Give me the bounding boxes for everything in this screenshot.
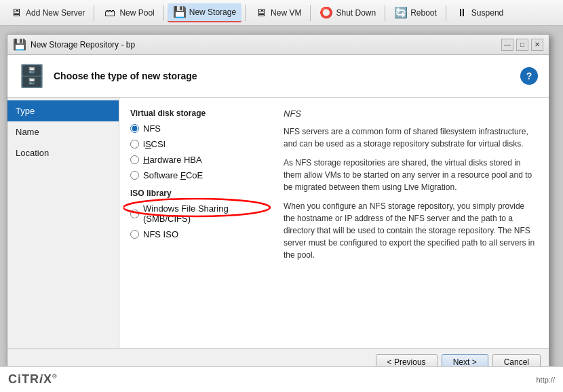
minimize-button[interactable]: — [501,39,513,51]
dialog-title-icon: 💾 [13,38,26,51]
add-server-label: Add New Server [26,8,85,18]
main-panel: Virtual disk storage NFS iSCSI Hardware … [119,98,549,348]
citrix-bar: CiTRiX® http:// [0,366,563,392]
new-pool-button[interactable]: 🗃 New Pool [98,4,159,22]
radio-nfs-iso-label: NFS ISO [143,229,178,239]
maximize-button[interactable]: □ [516,39,528,51]
shut-down-icon: ⭕ [319,6,333,20]
toolbar-sep-1 [94,5,94,21]
new-vm-icon: 🖥 [254,6,268,20]
new-vm-label: New VM [271,8,301,18]
shut-down-button[interactable]: ⭕ Shut Down [314,4,381,22]
toolbar-sep-5 [385,5,385,21]
dialog-header-title: Choose the type of new storage [54,71,197,81]
radio-fcoe-label: Software FCoE [143,170,203,180]
radio-hba-label: Hardware HBA [143,155,202,165]
suspend-icon: ⏸ [455,6,469,20]
radio-hba[interactable]: Hardware HBA [130,155,273,165]
new-pool-label: New Pool [119,8,154,18]
suspend-button[interactable]: ⏸ Suspend [450,4,509,22]
radio-hba-input[interactable] [130,155,139,164]
radio-nfs-input[interactable] [130,124,139,133]
add-server-button[interactable]: 🖥 Add New Server [4,4,90,22]
dialog-titlebar: 💾 New Storage Repository - bp — □ ✕ [7,35,549,55]
suspend-label: Suspend [471,8,503,18]
new-storage-dialog: 💾 New Storage Repository - bp — □ ✕ 🗄️ C… [7,34,549,376]
iso-library-label: ISO library [130,189,273,198]
dialog-header-left: 🗄️ Choose the type of new storage [18,63,197,89]
dialog-body: 🗄️ Choose the type of new storage ? Type… [7,55,549,376]
new-vm-button[interactable]: 🖥 New VM [249,4,307,22]
description-para-1: NFS servers are a common form of shared … [284,125,538,150]
radio-smb-label: Windows File Sharing (SMB/CIFS) [143,203,273,224]
dialog-title-text: New Storage Repository - bp [31,40,135,50]
new-pool-icon: 🗃 [103,6,117,20]
radio-fcoe-input[interactable] [130,171,139,180]
new-storage-label: New Storage [189,7,236,17]
dialog-content: Type Name Location Virtual disk storage [7,98,549,348]
reboot-button[interactable]: 🔄 Reboot [389,4,442,22]
radio-fcoe[interactable]: Software FCoE [130,170,273,180]
dialog-controls: — □ ✕ [501,39,543,51]
radio-smb[interactable]: Windows File Sharing (SMB/CIFS) [130,203,273,224]
radio-iscsi-input[interactable] [130,140,139,149]
radio-smb-input[interactable] [130,210,139,218]
radio-nfs-iso[interactable]: NFS ISO [130,229,273,239]
description-panel: NFS NFS servers are a common form of sha… [284,109,538,337]
options-section: Virtual disk storage NFS iSCSI Hardware … [130,109,273,337]
dialog-header: 🗄️ Choose the type of new storage ? [7,55,549,98]
reboot-label: Reboot [410,8,437,18]
nav-item-type[interactable]: Type [7,100,119,121]
help-button[interactable]: ? [520,67,538,85]
radio-nfs[interactable]: NFS [130,123,273,134]
citrix-logo: CiTRiX® [8,372,58,387]
nav-item-location[interactable]: Location [7,142,119,163]
radio-iscsi[interactable]: iSCSI [130,139,273,149]
toolbar-sep-4 [310,5,311,21]
description-title: NFS [284,109,538,119]
toolbar-sep-2 [163,5,164,21]
dialog-title-left: 💾 New Storage Repository - bp [13,38,135,51]
toolbar-sep-6 [446,5,446,21]
virtual-disk-label: Virtual disk storage [130,109,273,118]
radio-nfs-iso-input[interactable] [130,230,139,239]
toolbar-sep-3 [245,5,246,21]
description-para-3: When you configure an NFS storage reposi… [284,200,538,261]
iso-library-section: ISO library Windows File Sharing (SMB/CI… [130,189,273,239]
add-server-icon: 🖥 [9,6,23,20]
new-storage-button[interactable]: 💾 New Storage [168,3,241,22]
sidebar-nav: Type Name Location [7,98,119,348]
radio-iscsi-label: iSCSI [143,139,166,149]
storage-header-icon: 🗄️ [18,63,45,89]
nav-item-name[interactable]: Name [7,121,119,142]
toolbar: 🖥 Add New Server 🗃 New Pool 💾 New Storag… [0,0,563,26]
shut-down-label: Shut Down [336,8,376,18]
description-para-2: As NFS storage repositories are shared, … [284,157,538,193]
status-bar-url: http:// [536,376,555,384]
radio-nfs-label: NFS [143,123,161,134]
close-button[interactable]: ✕ [531,39,543,51]
reboot-icon: 🔄 [394,6,408,20]
dialog-area: 💾 New Storage Repository - bp — □ ✕ 🗄️ C… [0,26,563,392]
new-storage-icon: 💾 [173,5,187,19]
